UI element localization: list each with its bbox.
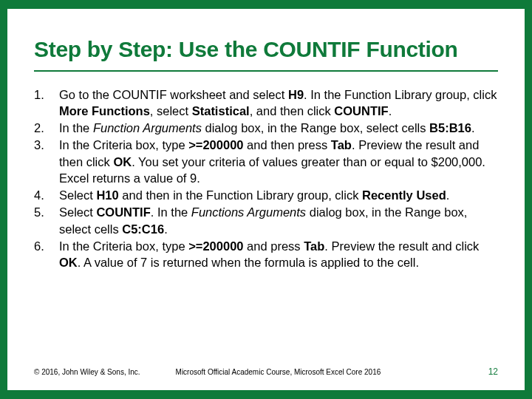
step-text: In the Criteria box, type >=200000 and t…	[59, 137, 498, 186]
step-text: Select H10 and then in the Function Libr…	[59, 187, 498, 203]
slide: Step by Step: Use the COUNTIF Function 1…	[7, 9, 525, 390]
step-list: 1. Go to the COUNTIF worksheet and selec…	[34, 86, 498, 271]
list-item: 1. Go to the COUNTIF worksheet and selec…	[34, 86, 498, 120]
list-item: 3. In the Criteria box, type >=200000 an…	[34, 137, 498, 186]
step-number: 4.	[34, 187, 59, 203]
copyright-text: © 2016, John Wiley & Sons, Inc.	[34, 368, 140, 376]
step-text: Go to the COUNTIF worksheet and select H…	[59, 86, 498, 120]
course-text: Microsoft Official Academic Course, Micr…	[176, 368, 488, 376]
step-text: In the Function Arguments dialog box, in…	[59, 120, 498, 136]
list-item: 5. Select COUNTIF. In the Functions Argu…	[34, 204, 498, 237]
slide-title: Step by Step: Use the COUNTIF Function	[34, 37, 498, 72]
page-number: 12	[488, 366, 498, 377]
list-item: 4. Select H10 and then in the Function L…	[34, 187, 498, 203]
step-number: 3.	[34, 137, 59, 186]
list-item: 2. In the Function Arguments dialog box,…	[34, 120, 498, 136]
step-text: Select COUNTIF. In the Functions Argumen…	[59, 204, 498, 237]
step-number: 2.	[34, 120, 59, 136]
step-number: 6.	[34, 238, 59, 271]
step-number: 1.	[34, 86, 59, 120]
step-number: 5.	[34, 204, 59, 237]
list-item: 6. In the Criteria box, type >=200000 an…	[34, 238, 498, 271]
step-text: In the Criteria box, type >=200000 and p…	[59, 238, 498, 271]
footer: © 2016, John Wiley & Sons, Inc. Microsof…	[34, 366, 498, 377]
